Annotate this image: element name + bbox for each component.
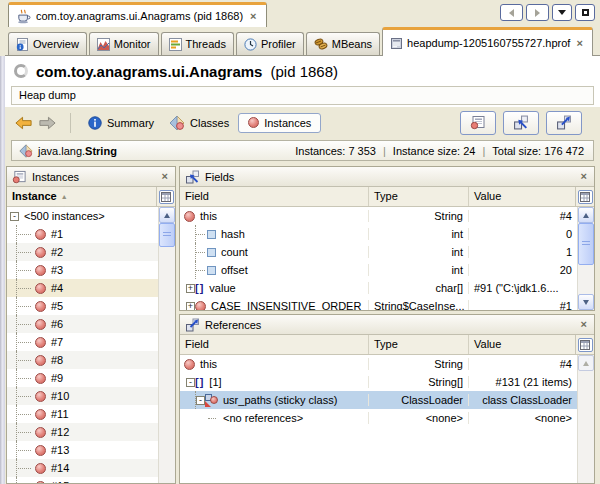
instance-icon	[184, 359, 195, 370]
expand-toggle-icon[interactable]: +	[186, 302, 195, 311]
maximize-button[interactable]	[575, 4, 595, 21]
scrollbar-track[interactable]	[578, 371, 594, 483]
table-options-button[interactable]	[578, 338, 593, 352]
sort-asc-icon: ▲	[61, 187, 68, 206]
overview-icon	[16, 38, 29, 51]
instance-row[interactable]: #5	[7, 297, 158, 315]
instance-row[interactable]: #3	[7, 261, 158, 279]
instance-row[interactable]: #9	[7, 369, 158, 387]
field-row[interactable]: +CASE_INSENSITIVE_ORDER String$CaseInse.…	[180, 297, 577, 310]
profiler-icon	[244, 38, 257, 51]
fields-scrollbar[interactable]	[577, 207, 594, 310]
instances-button[interactable]: Instances	[238, 113, 321, 133]
column-instance[interactable]: Instance ▲	[7, 187, 156, 206]
tab-heapdump[interactable]: heapdump-1205160755727.hprof ×	[382, 27, 593, 56]
references-column-header: Field Type Value	[180, 335, 594, 355]
summary-button[interactable]: Summary	[82, 113, 160, 133]
instance-row[interactable]: #8	[7, 351, 158, 369]
toggle-fields-pane-button[interactable]	[503, 111, 539, 135]
scrollbar-thumb[interactable]	[578, 223, 594, 265]
instance-root-label: <500 instances>	[24, 210, 105, 222]
column-field[interactable]: Field	[180, 187, 368, 206]
reference-row[interactable]: this String #4	[180, 355, 577, 373]
field-row[interactable]: offset int 20	[180, 261, 577, 279]
collapse-toggle-icon[interactable]: -	[196, 396, 205, 405]
instance-label: #11	[51, 408, 69, 420]
field-row[interactable]: this String #4	[180, 207, 577, 225]
scroll-up-button[interactable]	[578, 207, 594, 223]
classes-button[interactable]: Classes	[163, 112, 235, 134]
fields-panel-icon	[185, 170, 200, 184]
forward-button[interactable]	[38, 115, 57, 131]
tab-list-dropdown-button[interactable]	[552, 4, 572, 21]
field-row[interactable]: count int 1	[180, 243, 577, 261]
scroll-up-button[interactable]	[159, 207, 175, 223]
instance-icon	[35, 445, 46, 456]
column-type[interactable]: Type	[368, 187, 468, 206]
toggle-references-pane-button[interactable]	[546, 111, 582, 135]
close-icon[interactable]: ×	[160, 171, 170, 182]
instance-row[interactable]: #1	[7, 225, 158, 243]
close-icon[interactable]: ×	[574, 38, 584, 49]
instance-row[interactable]: #10	[7, 387, 158, 405]
tab-overview[interactable]: Overview	[8, 32, 87, 55]
scroll-up-button[interactable]	[578, 355, 594, 371]
field-value: 1	[468, 246, 577, 258]
instance-row[interactable]: #13	[7, 441, 158, 459]
field-row[interactable]: +[]value char[] #91 ("C:\jdk1.6....	[180, 279, 577, 297]
scrollbar-track[interactable]	[159, 247, 175, 483]
tab-label: MBeans	[332, 38, 372, 50]
summary-label: Summary	[107, 117, 154, 129]
tab-mbeans[interactable]: MBeans	[306, 32, 380, 55]
collapse-toggle-icon[interactable]: -	[186, 378, 195, 387]
stat-instance-size: Instance size: 24	[393, 145, 476, 157]
scroll-tabs-left-button[interactable]	[500, 4, 523, 21]
close-icon[interactable]: ×	[579, 171, 589, 182]
fields-pane-icon	[513, 115, 529, 130]
instances-panel-header: Instances ×	[7, 167, 175, 187]
scrollbar-track[interactable]	[578, 265, 594, 294]
instance-row[interactable]: #14	[7, 459, 158, 477]
toggle-instances-pane-button[interactable]	[460, 111, 496, 135]
instance-row[interactable]: #15	[7, 477, 158, 483]
table-options-button[interactable]	[578, 190, 593, 204]
instances-scrollbar[interactable]	[158, 207, 175, 483]
tab-monitor[interactable]: Monitor	[89, 32, 159, 55]
instance-root-row[interactable]: - <500 instances>	[7, 207, 158, 225]
scroll-tabs-right-button[interactable]	[526, 4, 549, 21]
column-value[interactable]: Value	[468, 335, 575, 354]
field-name: count	[221, 246, 248, 258]
instance-row[interactable]: #11	[7, 405, 158, 423]
expand-toggle-icon[interactable]: +	[186, 284, 195, 293]
instance-row[interactable]: #2	[7, 243, 158, 261]
field-type: String	[368, 210, 468, 222]
column-type[interactable]: Type	[368, 335, 468, 354]
back-button[interactable]	[14, 115, 33, 131]
table-options-button[interactable]	[159, 190, 174, 204]
instance-icon	[35, 409, 46, 420]
references-scrollbar[interactable]	[577, 355, 594, 483]
reference-row[interactable]: <no references> <none> <none>	[180, 409, 577, 427]
close-icon[interactable]: ×	[579, 319, 589, 330]
sticky-class-icon	[205, 394, 218, 407]
column-field[interactable]: Field	[180, 335, 368, 354]
reference-row[interactable]: -[][1] String[] #131 (21 items)	[180, 373, 577, 391]
instance-row-selected[interactable]: #4	[7, 279, 158, 297]
tab-profiler[interactable]: Profiler	[236, 32, 304, 55]
instance-label: #13	[51, 444, 69, 456]
column-value[interactable]: Value	[468, 187, 575, 206]
close-icon[interactable]: ×	[248, 11, 258, 22]
chevron-down-icon	[583, 300, 589, 305]
scrollbar-thumb[interactable]	[159, 223, 175, 247]
field-row[interactable]: hash int 0	[180, 225, 577, 243]
instance-row[interactable]: #6	[7, 315, 158, 333]
collapse-toggle-icon[interactable]: -	[10, 212, 19, 221]
instance-row[interactable]: #12	[7, 423, 158, 441]
fields-panel: Fields × Field Type Value	[179, 166, 595, 311]
dropdown-arrow-icon	[558, 10, 566, 15]
scroll-down-button[interactable]	[578, 294, 594, 310]
reference-row-selected[interactable]: -usr_paths (sticky class) ClassLoader cl…	[180, 391, 577, 409]
window-tab-anagrams[interactable]: com.toy.anagrams.ui.Anagrams (pid 1868) …	[8, 2, 267, 27]
tab-threads[interactable]: Threads	[161, 32, 234, 55]
instance-row[interactable]: #7	[7, 333, 158, 351]
